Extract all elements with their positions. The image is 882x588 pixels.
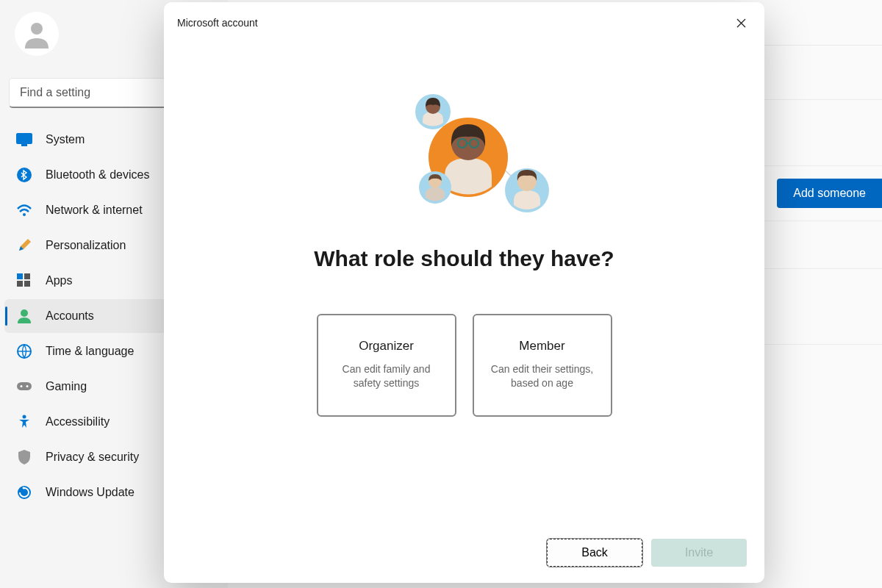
back-button[interactable]: Back: [547, 539, 642, 567]
accessibility-icon: [16, 414, 32, 430]
dialog-title: Microsoft account: [177, 17, 258, 29]
dialog-header: Microsoft account: [164, 2, 764, 43]
accounts-icon: [16, 308, 32, 324]
person-icon: [22, 19, 51, 49]
invite-button[interactable]: Invite: [651, 539, 747, 567]
family-illustration: [369, 87, 560, 227]
sidebar-item-label: Privacy & security: [46, 451, 139, 464]
bluetooth-icon: [16, 167, 32, 183]
paintbrush-icon: [16, 237, 32, 254]
role-card-organizer[interactable]: Organizer Can edit family and safety set…: [317, 314, 456, 417]
svg-point-0: [31, 23, 43, 35]
role-description: Can edit their settings, based on age: [486, 362, 599, 390]
role-card-member[interactable]: Member Can edit their settings, based on…: [473, 314, 612, 417]
sidebar-item-label: Network & internet: [46, 204, 143, 217]
role-title: Member: [486, 339, 599, 354]
svg-rect-6: [24, 273, 30, 279]
svg-point-9: [21, 309, 28, 317]
globe-clock-icon: [16, 343, 32, 359]
update-icon: [16, 484, 32, 501]
svg-point-15: [23, 415, 26, 419]
system-icon: [16, 132, 32, 148]
dialog-footer: Back Invite: [164, 526, 764, 583]
gamepad-icon: [16, 379, 32, 395]
sidebar-item-label: Time & language: [46, 345, 134, 358]
sidebar-item-label: System: [46, 133, 85, 146]
sidebar-item-label: Gaming: [46, 380, 87, 393]
svg-rect-5: [17, 273, 23, 279]
svg-point-13: [21, 385, 23, 387]
svg-rect-1: [16, 133, 32, 144]
svg-rect-7: [17, 281, 23, 287]
dialog-heading: What role should they have?: [314, 246, 614, 271]
close-icon: [736, 18, 746, 28]
svg-rect-2: [21, 144, 27, 146]
svg-rect-12: [17, 382, 32, 390]
apps-icon: [16, 273, 32, 289]
sidebar-item-label: Bluetooth & devices: [46, 168, 149, 182]
dialog-body: What role should they have? Organizer Ca…: [164, 43, 764, 526]
sidebar-item-label: Personalization: [46, 239, 126, 252]
shield-icon: [16, 449, 32, 465]
role-title: Organizer: [330, 339, 443, 354]
close-button[interactable]: [731, 12, 751, 33]
svg-rect-8: [24, 281, 30, 287]
add-someone-button[interactable]: Add someone: [777, 179, 882, 208]
role-options: Organizer Can edit family and safety set…: [317, 314, 612, 417]
wifi-icon: [16, 202, 32, 218]
role-description: Can edit family and safety settings: [330, 362, 443, 390]
svg-point-4: [23, 213, 26, 216]
sidebar-item-label: Windows Update: [46, 486, 135, 499]
svg-point-14: [26, 385, 29, 387]
sidebar-item-label: Accounts: [46, 309, 94, 323]
sidebar-item-label: Apps: [46, 274, 72, 287]
role-selection-dialog: Microsoft account: [164, 2, 764, 583]
sidebar-item-label: Accessibility: [46, 415, 110, 429]
avatar: [15, 12, 59, 56]
